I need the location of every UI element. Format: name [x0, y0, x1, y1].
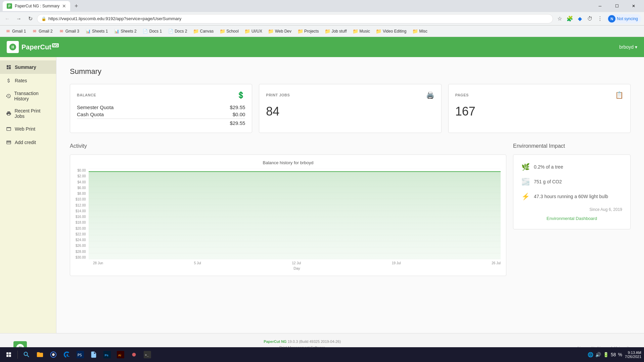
bookmark-music[interactable]: 📁 Music — [350, 28, 373, 35]
bookmark-docs2[interactable]: 📄 Docs 2 — [165, 28, 190, 35]
bookmark-jobstuff-label: Job stuff — [331, 29, 347, 34]
y-label-22: $22.00 — [76, 232, 86, 236]
bookmark-projects[interactable]: 📁 Projects — [295, 28, 321, 35]
sidebar-item-web-print[interactable]: Web Print — [0, 122, 56, 136]
taskbar-powershell[interactable]: PS — [74, 349, 86, 361]
svg-text:Ps: Ps — [105, 354, 108, 357]
address-bar[interactable]: 🔒 https://vwpcut1.lipscomb.edu:9192/app?… — [37, 14, 553, 24]
bookmark-canvas-label: Canvas — [200, 29, 214, 34]
print-jobs-card: PRINT JOBS 🖨️ 84 — [259, 84, 441, 133]
taskbar-notepad[interactable] — [88, 349, 100, 361]
env-dashboard-link[interactable]: Environmental Dashboard — [521, 216, 622, 221]
print-jobs-value: 84 — [266, 104, 434, 119]
minimize-button[interactable]: ─ — [592, 1, 608, 11]
taskbar-app9[interactable] — [128, 349, 140, 361]
logo-text: PaperCutNG — [21, 43, 59, 51]
x-label-5jul: 5 Jul — [194, 261, 201, 265]
settings-button[interactable]: ⋮ — [595, 14, 605, 24]
bookmark-videoediting-label: Video Editing — [383, 29, 407, 34]
maximize-button[interactable]: ☐ — [609, 1, 625, 11]
profile-button[interactable]: N Not syncing — [607, 14, 641, 24]
close-window-button[interactable]: ✕ — [626, 1, 641, 11]
taskbar: PS Ps Ai >_ 🌐 🔊 🔋 58% 9:13 AM 7/26/2021 — [0, 347, 644, 362]
co2-text: 751 g of CO2 — [534, 179, 562, 184]
environmental-section: Environmental Impact 🌿 0.2% of a tree 🌫️… — [513, 143, 631, 276]
videoediting-folder-icon: 📁 — [376, 29, 381, 34]
balance-card: BALANCE 💲 Semester Quota $29.55 Cash Quo… — [70, 84, 252, 133]
bookmark-canvas[interactable]: 📁 Canvas — [191, 28, 217, 35]
taskbar-separator — [17, 351, 18, 359]
gmail1-icon: ✉ — [5, 29, 11, 34]
back-button[interactable]: ← — [3, 14, 12, 24]
extensions-button[interactable]: 🧩 — [565, 14, 574, 24]
bookmark-sheets1[interactable]: 📊 Sheets 1 — [83, 28, 110, 35]
pages-card-header: PAGES 📋 — [455, 91, 624, 99]
bookmark-gmail3[interactable]: ✉ Gmail 3 — [56, 28, 82, 35]
tab-title: PaperCut NG : Summary — [15, 4, 59, 8]
taskbar-photoshop[interactable]: Ps — [101, 349, 113, 361]
bookmark-misc[interactable]: 📁 Misc — [410, 28, 430, 35]
bookmark-button[interactable]: ☆ — [555, 14, 564, 24]
bookmark-gmail2-label: Gmail 2 — [39, 29, 52, 34]
logo-ng: NG — [52, 43, 59, 47]
sidebar-transaction-history-label: Transaction History — [14, 91, 51, 101]
environmental-section-title: Environmental Impact — [513, 143, 631, 149]
y-label-10: $10.00 — [76, 197, 86, 201]
bookmark-school[interactable]: 📁 School — [217, 28, 241, 35]
chart-plot-wrapper — [89, 169, 501, 259]
sidebar-item-summary[interactable]: Summary — [0, 60, 56, 74]
forward-button[interactable]: → — [14, 14, 24, 24]
docs2-icon: 📄 — [168, 29, 173, 34]
web-print-icon — [5, 126, 12, 132]
taskbar-battery-percent: 58 — [611, 352, 616, 357]
bookmark-videoediting[interactable]: 📁 Video Editing — [373, 28, 409, 35]
chart-area: $30.00 $28.00 $26.00 $24.00 $22.00 $20.0… — [76, 169, 501, 270]
bookmark-misc-label: Misc — [419, 29, 427, 34]
history-button[interactable]: ⏱ — [585, 14, 595, 24]
chart-svg — [89, 169, 501, 259]
summary-icon — [5, 64, 12, 71]
sidebar-item-add-credit[interactable]: Add credit — [0, 136, 56, 149]
x-label-28jun: 28 Jun — [93, 261, 103, 265]
svg-marker-16 — [89, 172, 501, 259]
music-folder-icon: 📁 — [353, 29, 358, 34]
browser-actions: ☆ 🧩 ◆ ⏱ ⋮ — [555, 14, 605, 24]
close-tab-button[interactable]: ✕ — [62, 3, 66, 9]
bookmark-webdev[interactable]: 📁 Web Dev — [266, 28, 294, 35]
webdev-folder-icon: 📁 — [268, 29, 274, 34]
taskbar-volume-icon: 🔊 — [595, 352, 601, 357]
new-tab-button[interactable]: + — [72, 1, 81, 11]
taskbar-file-explorer[interactable] — [34, 349, 46, 361]
browser-tab[interactable]: P PaperCut NG : Summary ✕ — [3, 1, 70, 11]
user-menu[interactable]: brboyd ▾ — [619, 44, 637, 50]
refresh-button[interactable]: ↻ — [26, 14, 35, 24]
bookmark-sheets2[interactable]: 📊 Sheets 2 — [111, 28, 139, 35]
bookmark-jobstuff[interactable]: 📁 Job stuff — [322, 28, 349, 35]
y-axis: $30.00 $28.00 $26.00 $24.00 $22.00 $20.0… — [76, 169, 89, 259]
taskbar-terminal[interactable]: >_ — [141, 349, 153, 361]
bookmark-gmail2[interactable]: ✉ Gmail 2 — [29, 28, 55, 35]
taskbar-illustrator[interactable]: Ai — [114, 349, 127, 361]
bookmark-uiux[interactable]: 📁 UI/UX — [242, 28, 265, 35]
taskbar-edge[interactable] — [61, 349, 73, 361]
y-label-18: $18.00 — [76, 221, 86, 224]
sidebar-item-transaction-history[interactable]: Transaction History — [0, 87, 56, 105]
bookmark-docs1[interactable]: 📄 Docs 1 — [140, 28, 165, 35]
sidebar-item-rates[interactable]: Rates — [0, 74, 56, 87]
sidebar-item-recent-print-jobs[interactable]: Recent Print Jobs — [0, 105, 56, 122]
footer-brand-ng: NG — [281, 340, 287, 344]
bookmark-gmail1-label: Gmail 1 — [12, 29, 26, 34]
start-button[interactable] — [3, 349, 15, 361]
bookmark-gmail1[interactable]: ✉ Gmail 1 — [3, 28, 29, 35]
main-area: Summary Rates Transaction History Recent… — [0, 57, 644, 333]
taskbar-search[interactable] — [20, 349, 33, 361]
taskbar-chrome[interactable] — [47, 349, 59, 361]
y-label-0: $0.00 — [78, 169, 86, 172]
edge-icon[interactable]: ◆ — [575, 14, 585, 24]
tree-icon: 🌿 — [521, 163, 530, 171]
papercut-logo-svg — [9, 43, 17, 51]
user-name: brboyd ▾ — [619, 44, 637, 50]
uiux-folder-icon: 📁 — [245, 29, 250, 34]
svg-point-17 — [52, 353, 54, 356]
env-since: Since Aug 6, 2019 — [521, 207, 622, 212]
